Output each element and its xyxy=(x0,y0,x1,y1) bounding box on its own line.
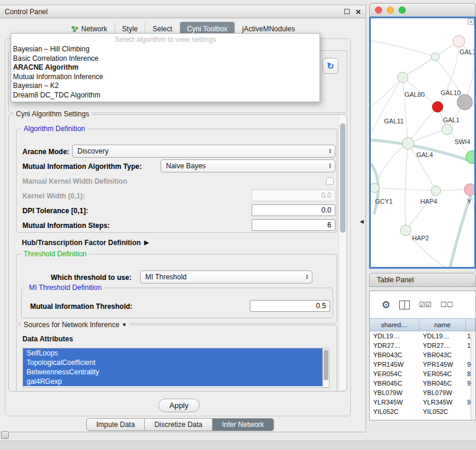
settings-scrollbar[interactable] xyxy=(338,116,346,390)
scrollbar-thumb[interactable] xyxy=(324,350,328,380)
gear-icon[interactable]: ⚙ xyxy=(382,299,390,311)
sources-title: Sources for Network Inference xyxy=(24,321,119,329)
attributes-scrollbar[interactable] xyxy=(322,348,329,387)
table-cell: YBR043C xyxy=(370,350,419,360)
birdseye-toggle-button[interactable]: ▲ xyxy=(468,18,474,25)
attribute-item-topologicalcoefficient[interactable]: TopologicalCoefficient xyxy=(23,358,329,367)
window-minimize-button[interactable] xyxy=(387,6,394,14)
algorithm-option-mutual-information-inference[interactable]: Mutual Information Inference xyxy=(11,73,319,82)
chevron-right-icon: ▶ xyxy=(144,240,149,246)
combo-caret-icon: ▲▼ xyxy=(325,148,335,154)
float-panel-icon[interactable] xyxy=(344,9,350,14)
columns-icon[interactable] xyxy=(399,301,410,309)
network-node-label: GAL4 xyxy=(416,151,433,158)
table-cell: YDL19… xyxy=(419,331,466,341)
table-panel-window: ⚙ ☑☑ ☐☐ shared…name YDL19…YDL19…13YDR27…… xyxy=(369,291,476,420)
table-row[interactable]: YER054CYER054C8. xyxy=(370,369,475,379)
column-header-shared[interactable]: shared… xyxy=(370,319,419,331)
algorithm-option-dream8-dc-tdc-algorithm[interactable]: Dream8 DC_TDC Algorithm xyxy=(11,91,319,100)
table-cell: YER054C xyxy=(370,369,419,379)
network-node[interactable] xyxy=(432,102,443,112)
sources-toggle[interactable]: Sources for Network Inference ▼ xyxy=(21,321,129,329)
dpi-tolerance-input[interactable] xyxy=(252,204,335,216)
attribute-item-selfloops[interactable]: SelfLoops xyxy=(23,348,329,358)
algorithm-option-bayesian-hill-climbing[interactable]: Bayesian – Hill Climbing xyxy=(11,45,319,54)
mi-type-value: Naive Bayes xyxy=(161,162,325,170)
aracne-mode-value: Discovery xyxy=(73,147,325,155)
network-canvas-container: GAL7GAL80GAL10GAL11GAL1SWI4GAL4GCY1HAP4Y… xyxy=(371,18,474,267)
minimized-window-icon[interactable] xyxy=(1,431,9,439)
table-cell: YBR045C xyxy=(370,379,419,388)
table-row[interactable]: YDL19…YDL19…13 xyxy=(370,331,475,341)
apply-button[interactable]: Apply xyxy=(158,399,200,412)
chevron-down-icon: ▼ xyxy=(122,322,127,328)
hub-definition-toggle[interactable]: Hub/Transcription Factor Definition ▶ xyxy=(22,239,149,247)
network-node[interactable] xyxy=(431,53,439,61)
network-node[interactable] xyxy=(453,35,465,47)
tab-label: Select xyxy=(152,25,172,33)
dpi-tolerance-label: DPI Tolerance [0,1]: xyxy=(22,207,88,215)
bottom-tab-impute-data[interactable]: Impute Data xyxy=(86,418,145,431)
network-node[interactable] xyxy=(397,72,408,83)
table-row[interactable]: YDR27…YDR27…12 xyxy=(370,341,475,350)
table-row[interactable]: YBR045CYBR045C9. xyxy=(370,379,475,388)
kernel-width-input[interactable] xyxy=(252,190,335,201)
network-node[interactable] xyxy=(466,151,474,164)
network-node[interactable] xyxy=(371,183,379,193)
table-row[interactable]: YIL052CYIL052C xyxy=(370,407,475,416)
algorithm-option-basic-correlation-inference[interactable]: Basic Correlation Inference xyxy=(11,54,319,64)
control-panel-title: Control Panel xyxy=(5,8,344,16)
network-node-label: GCY1 xyxy=(375,198,393,205)
table-row[interactable]: YBL079WYBL079W xyxy=(370,388,475,397)
algorithm-option-bayesian-k2[interactable]: Bayesian – K2 xyxy=(11,81,319,91)
network-node[interactable] xyxy=(402,138,414,149)
column-header-extra[interactable] xyxy=(466,319,475,331)
mi-steps-input[interactable] xyxy=(252,219,335,231)
network-edge xyxy=(371,77,403,107)
which-threshold-select[interactable]: MI Threshold ▲▼ xyxy=(140,270,312,283)
network-node[interactable] xyxy=(442,124,452,135)
aracne-mode-select[interactable]: Discovery ▲▼ xyxy=(72,145,335,158)
deselect-all-icon[interactable]: ☐☐ xyxy=(441,301,454,309)
table-cell: YBL079W xyxy=(370,388,419,397)
network-node[interactable] xyxy=(400,225,411,236)
algorithm-option-aracne-algorithm[interactable]: ARACNE Algorithm xyxy=(11,63,319,73)
table-scrollbar[interactable] xyxy=(471,331,475,420)
window-close-button[interactable] xyxy=(375,6,382,14)
network-window-titlebar xyxy=(369,3,476,17)
threshold-definition-group: Threshold Definition Which threshold to … xyxy=(16,254,337,324)
network-edge xyxy=(408,129,447,144)
select-all-icon[interactable]: ☑☑ xyxy=(419,301,432,309)
mi-threshold-input[interactable] xyxy=(250,300,330,312)
network-node[interactable] xyxy=(457,94,472,110)
mi-threshold-label: Mutual Information Threshold: xyxy=(30,302,132,311)
bottom-tab-discretize-data[interactable]: Discretize Data xyxy=(145,418,212,431)
settings-group-title: Cyni Algorithm Settings xyxy=(14,110,92,118)
network-node[interactable] xyxy=(464,184,474,195)
data-attributes-list[interactable]: SelfLoopsTopologicalCoefficientBetweenne… xyxy=(22,348,330,388)
table-cell: YPR145W xyxy=(419,360,466,369)
attribute-item-gal4rgexp[interactable]: gal4RGexp xyxy=(23,377,329,386)
combo-caret-icon: ▲▼ xyxy=(302,274,312,280)
network-node[interactable] xyxy=(431,186,441,195)
bottom-tab-infer-network[interactable]: Infer Network xyxy=(213,418,274,431)
attribute-item-betweennesscentrality[interactable]: BetweennessCentrality xyxy=(23,367,329,377)
collapse-panel-arrow[interactable]: ◀ xyxy=(360,219,364,224)
mi-threshold-group: MI Threshold Definition Mutual Informati… xyxy=(21,288,333,318)
network-node-label: Y xyxy=(467,198,472,205)
mi-type-select[interactable]: Naive Bayes ▲▼ xyxy=(161,159,335,172)
which-threshold-label: Which threshold to use: xyxy=(51,273,132,282)
close-panel-icon[interactable]: × xyxy=(356,7,361,16)
table-row[interactable]: YLR345WYLR345W9. xyxy=(370,397,475,407)
scrollbar-thumb[interactable] xyxy=(340,123,345,233)
table-cell: YDL19… xyxy=(370,331,419,341)
column-header-name[interactable]: name xyxy=(419,319,466,331)
table-cell: YDR27… xyxy=(419,341,466,350)
window-zoom-button[interactable] xyxy=(399,6,406,14)
algorithm-help-button[interactable]: ↻ xyxy=(322,58,338,74)
manual-kernel-checkbox[interactable] xyxy=(326,177,334,185)
table-row[interactable]: YPR145WYPR145W9. xyxy=(370,360,475,369)
table-row[interactable]: YBR043CYBR043C xyxy=(370,350,475,360)
network-canvas[interactable]: GAL7GAL80GAL10GAL11GAL1SWI4GAL4GCY1HAP4Y… xyxy=(371,18,474,267)
tab-label: jActiveMNodules xyxy=(242,25,295,33)
